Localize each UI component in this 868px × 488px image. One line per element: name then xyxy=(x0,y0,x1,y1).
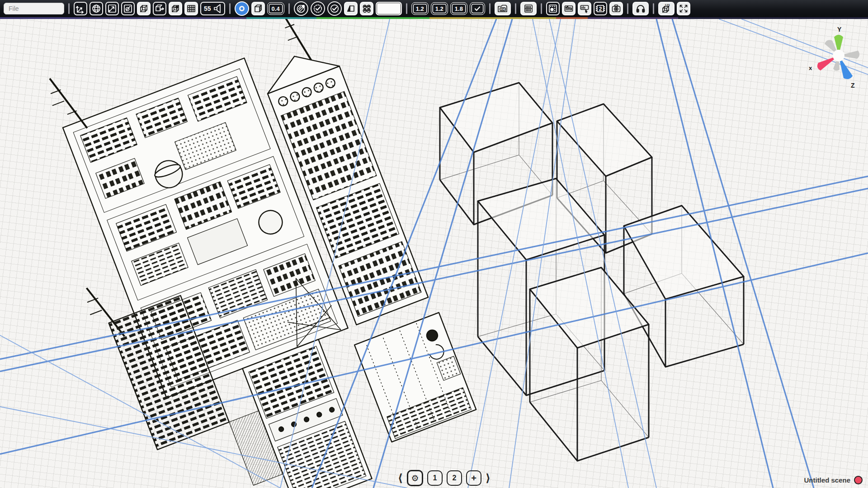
cube-123-button[interactable]: 123 xyxy=(658,2,675,15)
cube-123-label: 123 xyxy=(665,4,670,7)
globe-icon xyxy=(91,3,102,14)
toolbar-divider xyxy=(541,3,542,14)
lens-value: 55 xyxy=(204,5,211,12)
cube-export-icon xyxy=(154,3,165,14)
cube-wireframe-button[interactable] xyxy=(137,2,151,15)
cursor-panel-button[interactable] xyxy=(578,2,591,15)
next-page-arrow[interactable]: ⟩ xyxy=(486,473,491,483)
page-1-label: 1 xyxy=(433,474,437,482)
main-toolbar: File 55 0.4 xyxy=(0,0,868,17)
axes-icon xyxy=(75,3,86,14)
toolbar-divider xyxy=(489,3,491,14)
move-diagonal-icon xyxy=(107,3,118,14)
crop-box-button[interactable] xyxy=(121,2,135,15)
page-2-label: 2 xyxy=(453,474,457,482)
grid-icon xyxy=(186,3,197,14)
record-indicator[interactable] xyxy=(854,476,863,484)
axis-y-label: Y xyxy=(837,26,842,33)
shelf-icon xyxy=(523,3,534,14)
folder-3d-icon: 3D xyxy=(497,3,509,14)
frames-2-button[interactable]: 2 xyxy=(594,2,607,15)
camera-body-button[interactable] xyxy=(609,2,623,15)
axis-x-label: x xyxy=(809,65,812,71)
cube-vertex-icon xyxy=(170,3,181,14)
sphere-hatch-button[interactable] xyxy=(294,1,308,16)
check-circle-icon xyxy=(329,3,340,14)
axis-z-label: Z xyxy=(851,82,855,89)
toolbar-divider xyxy=(68,3,70,14)
outline-width-value[interactable]: 0.4 xyxy=(267,2,284,15)
file-menu-button[interactable]: File xyxy=(4,3,64,14)
add-page-button[interactable]: + xyxy=(466,470,481,486)
value-3-label: 1.8 xyxy=(454,5,464,12)
folder-3d-label: 3D xyxy=(501,8,505,11)
cube-hatch-icon xyxy=(253,3,264,14)
headphones-icon xyxy=(635,3,646,14)
globe-button[interactable] xyxy=(90,2,103,15)
spheres-grid-icon xyxy=(361,3,372,14)
gear-icon: ⚙ xyxy=(411,473,419,483)
axes-button[interactable] xyxy=(74,2,87,15)
toolbar-divider xyxy=(653,3,654,14)
toolbar-divider xyxy=(288,3,290,14)
move-diagonal-button[interactable] xyxy=(105,2,119,15)
prism-button[interactable] xyxy=(344,2,358,15)
scene-drawing: Y x Z xyxy=(0,19,868,488)
check-chip-button[interactable] xyxy=(470,2,485,15)
outline-width-label: 0.4 xyxy=(271,5,281,12)
cursor-panel-icon xyxy=(579,3,590,14)
folder-3d-button[interactable]: 3D xyxy=(495,2,511,15)
cube-vertex-button[interactable] xyxy=(169,2,182,15)
gizmo-center xyxy=(833,50,844,61)
scene-name-label: Untitled scene xyxy=(804,476,850,484)
cube-123-icon: 123 xyxy=(660,3,672,14)
axis-gizmo[interactable]: Y x Z xyxy=(809,26,859,89)
prev-page-arrow[interactable]: ⟨ xyxy=(398,473,403,483)
frames-2-label: 2 xyxy=(599,6,602,12)
cube-hatch-button[interactable] xyxy=(251,2,265,15)
status-bar: Untitled scene xyxy=(804,476,863,484)
shelf-button[interactable] xyxy=(520,2,537,15)
add-page-icon: + xyxy=(471,473,476,483)
color-swatch[interactable] xyxy=(376,2,402,15)
crop-box-icon xyxy=(123,3,133,14)
settings-gear-button[interactable]: ⚙ xyxy=(407,470,423,486)
mode-color-strip xyxy=(0,17,868,19)
mixer-button[interactable] xyxy=(562,2,576,15)
page-1-button[interactable]: 1 xyxy=(427,470,443,486)
target-icon xyxy=(236,3,247,14)
mixer-icon xyxy=(563,3,574,14)
file-menu-label: File xyxy=(9,5,19,12)
viewport-canvas[interactable]: Y x Z xyxy=(0,19,868,488)
page-2-button[interactable]: 2 xyxy=(447,470,462,486)
dither-button[interactable] xyxy=(546,2,560,15)
value-chip-1[interactable]: 1.2 xyxy=(411,2,429,15)
page-navigator: ⟨ ⚙ 1 2 + ⟩ xyxy=(398,470,491,486)
toolbar-divider xyxy=(515,3,516,14)
toolbar-divider xyxy=(229,3,231,14)
grid-button[interactable] xyxy=(184,2,198,15)
value-2-label: 1.2 xyxy=(434,5,444,12)
sphere-dotted-check-button[interactable] xyxy=(311,1,325,16)
headphones-button[interactable] xyxy=(632,2,649,15)
camera-body-icon xyxy=(611,3,622,14)
value-chip-2[interactable]: 1.2 xyxy=(431,2,448,15)
city-illustration[interactable] xyxy=(6,19,486,488)
target-button[interactable] xyxy=(235,1,249,16)
spheres-grid-button[interactable] xyxy=(360,2,373,15)
cube-wireframe-icon xyxy=(138,3,149,14)
value-1-label: 1.2 xyxy=(415,5,425,12)
check-icon xyxy=(473,5,481,13)
cube-export-button[interactable] xyxy=(153,2,166,15)
value-chip-3[interactable]: 1.8 xyxy=(450,2,467,15)
expand-button[interactable] xyxy=(677,2,690,15)
check-circle-button[interactable] xyxy=(327,1,342,16)
prism-icon xyxy=(345,3,356,14)
frames-2-icon: 2 xyxy=(595,3,606,14)
expand-icon xyxy=(678,3,689,14)
camera-lens-icon xyxy=(212,3,222,14)
camera-lens-button[interactable]: 55 xyxy=(200,2,225,15)
sphere-dotted-check-icon xyxy=(312,3,323,14)
sphere-hatch-icon xyxy=(296,3,307,14)
toolbar-divider xyxy=(406,3,407,14)
